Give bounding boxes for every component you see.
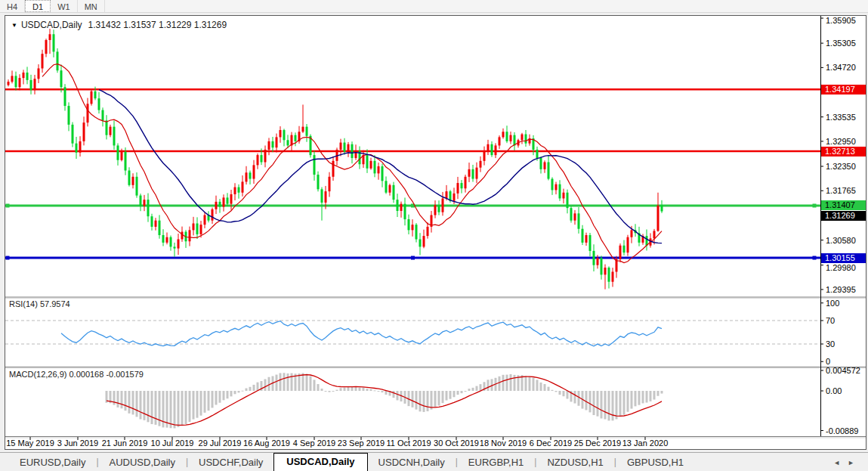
tab-usdcad-daily[interactable]: USDCAD,Daily [273, 453, 367, 471]
candles-group[interactable] [8, 29, 663, 290]
tab-gbpusd-h1[interactable]: GBPUSD,H1 [616, 454, 694, 471]
axis-label: 100 [826, 299, 865, 308]
axis-label: 1.29980 [826, 263, 865, 272]
scroll-left-icon: ◄ [833, 459, 848, 466]
axis-label: 0.00 [826, 386, 865, 395]
axis-label: 1.32950 [826, 137, 865, 146]
timeframe-button-mn[interactable]: MN [78, 0, 105, 12]
chart-title: ▼USDCAD,Daily1.31432 1.31537 1.31229 1.3… [11, 20, 227, 30]
scroll-right-icon: ► [848, 459, 862, 466]
date-label: 13 Jan 2020 [611, 438, 679, 448]
rsi-panel [5, 321, 820, 346]
tab-audusd-daily[interactable]: AUDUSD,Daily [99, 454, 186, 471]
tab-nzdusd-h1[interactable]: NZDUSD,H1 [536, 454, 613, 471]
axis-label: 1.33535 [826, 113, 865, 122]
axis-label: 0.004572 [826, 366, 865, 375]
tab-usdcnh-daily[interactable]: USDCNH,Daily [368, 454, 456, 471]
tab-scroll-arrows[interactable]: ◄► [833, 459, 862, 466]
axis-label: 70 [826, 316, 865, 325]
axis-label: 30 [826, 339, 865, 349]
axis-label: 1.29395 [826, 285, 865, 294]
timeframe-toolbar: H4D1W1MN [0, 0, 868, 13]
rsi-indicator-label: RSI(14) 57.9574 [9, 299, 70, 308]
level-handle[interactable] [411, 256, 415, 260]
current-price-label: 1.31269 [821, 211, 866, 221]
price-plot[interactable] [5, 16, 866, 449]
timeframe-button-h4[interactable]: H4 [0, 0, 25, 12]
macd-indicator-label: MACD(12,26,9) 0.000168 -0.001579 [9, 370, 144, 379]
symbol-name: USDCAD,Daily [21, 20, 82, 30]
chart-tabs-bar: EURUSD,Daily|AUDUSD,Daily|USDCHF,DailyUS… [0, 452, 868, 471]
axis-label: 1.35905 [826, 16, 865, 25]
level-price-label: 1.32713 [821, 147, 866, 156]
tab-usdchf-daily[interactable]: USDCHF,Daily [188, 454, 273, 471]
timeframe-button-d1[interactable]: D1 [25, 0, 51, 12]
axis-label: -0.00889 [826, 426, 865, 435]
axis-label: 0 [826, 357, 865, 366]
axis-label: 1.35305 [826, 39, 865, 48]
axis-label: 1.34720 [826, 63, 865, 72]
level-price-label: 1.34197 [821, 85, 866, 95]
level-handle[interactable] [813, 203, 817, 207]
level-price-label: 1.30155 [821, 253, 866, 263]
mt4-window: H4D1W1MN ▼USDCAD,Daily1.31432 1.31537 1.… [0, 0, 868, 471]
macd-panel [106, 373, 663, 428]
axis-label: 1.32350 [826, 162, 865, 171]
ohlc-values: 1.31432 1.31537 1.31229 1.31269 [88, 20, 227, 30]
level-handle[interactable] [813, 256, 817, 260]
tab-eurusd-daily[interactable]: EURUSD,Daily [9, 454, 96, 471]
chart-window: ▼USDCAD,Daily1.31432 1.31537 1.31229 1.3… [5, 15, 866, 450]
level-price-label: 1.31407 [821, 200, 866, 210]
timeframe-button-w1[interactable]: W1 [51, 0, 78, 12]
level-handle[interactable] [6, 203, 10, 207]
axis-label: 1.31765 [826, 186, 865, 195]
chevron-down-icon[interactable]: ▼ [11, 22, 17, 29]
level-handle[interactable] [6, 256, 10, 260]
tab-eurgbp-h1[interactable]: EURGBP,H1 [458, 454, 534, 471]
axis-label: 1.30580 [826, 236, 865, 245]
